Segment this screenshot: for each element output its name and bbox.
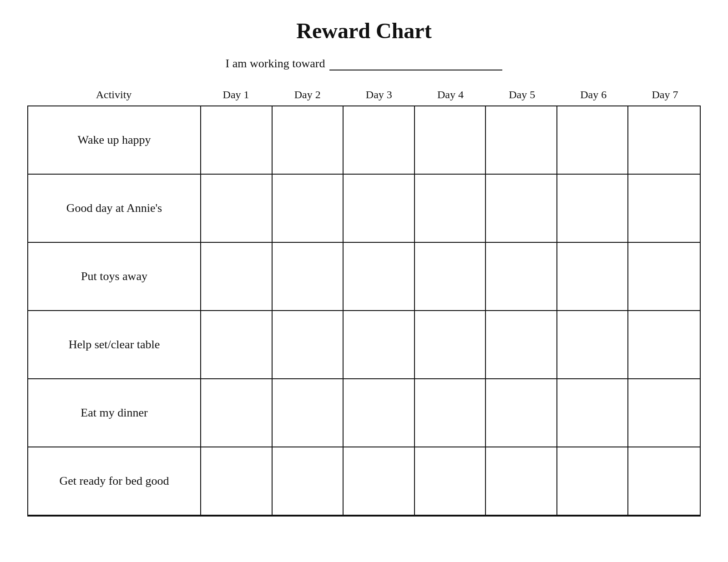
activity-cell-2: Put toys away (28, 243, 201, 311)
header-day6: Day 6 (558, 84, 629, 105)
day-cell-row2-day0[interactable] (201, 243, 273, 311)
day-cell-row3-day1[interactable] (273, 311, 344, 379)
day-cell-row2-day3[interactable] (415, 243, 486, 311)
header-day4: Day 4 (415, 84, 486, 105)
day-cell-row3-day4[interactable] (486, 311, 557, 379)
day-cell-row5-day6[interactable] (628, 447, 700, 516)
day-cell-row5-day0[interactable] (201, 447, 273, 516)
chart-body: Wake up happyGood day at Annie'sPut toys… (27, 105, 701, 517)
header-activity: Activity (27, 84, 200, 105)
day-cell-row3-day0[interactable] (201, 311, 273, 379)
day-cell-row4-day0[interactable] (201, 379, 273, 447)
day-cell-row3-day3[interactable] (415, 311, 486, 379)
header-day7: Day 7 (629, 84, 701, 105)
header-day2: Day 2 (272, 84, 343, 105)
activity-cell-1: Good day at Annie's (28, 175, 201, 243)
day-cell-row0-day5[interactable] (557, 106, 629, 175)
goal-line (329, 57, 502, 70)
day-cell-row0-day2[interactable] (344, 106, 415, 175)
activity-text-0: Wake up happy (77, 133, 151, 147)
header-day5: Day 5 (486, 84, 558, 105)
activity-text-3: Help set/clear table (69, 338, 160, 351)
header-day3: Day 3 (343, 84, 415, 105)
day-cell-row1-day2[interactable] (344, 175, 415, 243)
goal-label: I am working toward (226, 57, 325, 70)
day-cell-row0-day1[interactable] (273, 106, 344, 175)
day-cell-row0-day6[interactable] (628, 106, 700, 175)
day-cell-row4-day4[interactable] (486, 379, 557, 447)
day-cell-row2-day5[interactable] (557, 243, 629, 311)
day-cell-row2-day4[interactable] (486, 243, 557, 311)
day-cell-row4-day3[interactable] (415, 379, 486, 447)
activity-cell-5: Get ready for bed good (28, 447, 201, 516)
day-cell-row2-day2[interactable] (344, 243, 415, 311)
day-cell-row5-day4[interactable] (486, 447, 557, 516)
activity-text-4: Eat my dinner (81, 406, 147, 420)
header-day1: Day 1 (200, 84, 272, 105)
day-cell-row1-day5[interactable] (557, 175, 629, 243)
activity-text-5: Get ready for bed good (59, 474, 169, 488)
activity-text-1: Good day at Annie's (66, 201, 162, 215)
activity-cell-0: Wake up happy (28, 106, 201, 175)
day-cell-row1-day4[interactable] (486, 175, 557, 243)
day-cell-row1-day6[interactable] (628, 175, 700, 243)
day-cell-row2-day1[interactable] (273, 243, 344, 311)
day-cell-row5-day2[interactable] (344, 447, 415, 516)
day-cell-row5-day1[interactable] (273, 447, 344, 516)
day-cell-row5-day5[interactable] (557, 447, 629, 516)
day-cell-row0-day0[interactable] (201, 106, 273, 175)
day-cell-row5-day3[interactable] (415, 447, 486, 516)
day-cell-row1-day1[interactable] (273, 175, 344, 243)
day-cell-row2-day6[interactable] (628, 243, 700, 311)
day-cell-row3-day5[interactable] (557, 311, 629, 379)
day-cell-row3-day2[interactable] (344, 311, 415, 379)
page-title: Reward Chart (296, 18, 431, 43)
goal-row: I am working toward (226, 57, 503, 70)
day-cell-row3-day6[interactable] (628, 311, 700, 379)
day-cell-row1-day0[interactable] (201, 175, 273, 243)
day-cell-row4-day2[interactable] (344, 379, 415, 447)
day-cell-row1-day3[interactable] (415, 175, 486, 243)
day-cell-row4-day1[interactable] (273, 379, 344, 447)
reward-chart: Activity Day 1 Day 2 Day 3 Day 4 Day 5 D… (27, 84, 701, 517)
activity-text-2: Put toys away (81, 270, 147, 283)
day-cell-row0-day3[interactable] (415, 106, 486, 175)
day-cell-row0-day4[interactable] (486, 106, 557, 175)
day-cell-row4-day5[interactable] (557, 379, 629, 447)
activity-cell-4: Eat my dinner (28, 379, 201, 447)
chart-header: Activity Day 1 Day 2 Day 3 Day 4 Day 5 D… (27, 84, 701, 105)
activity-cell-3: Help set/clear table (28, 311, 201, 379)
day-cell-row4-day6[interactable] (628, 379, 700, 447)
